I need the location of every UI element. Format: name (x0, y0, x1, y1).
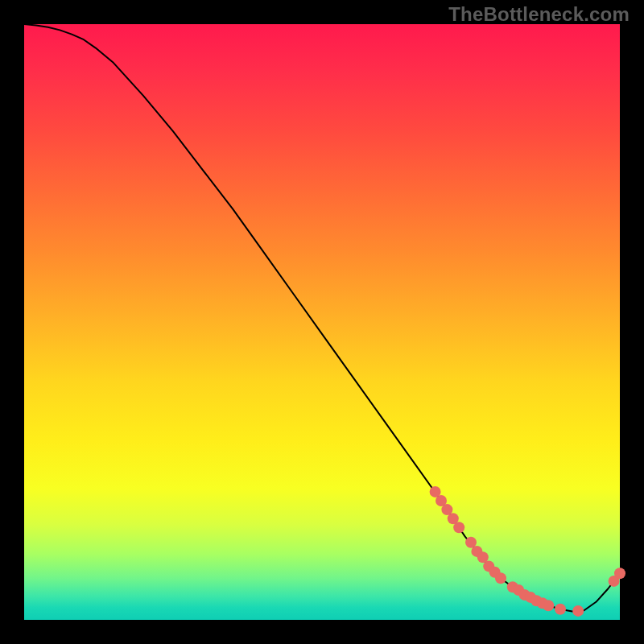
curve-marker (572, 605, 584, 617)
plot-gradient-area (24, 24, 620, 620)
chart-frame: TheBottleneck.com (0, 0, 644, 644)
curve-marker (453, 522, 464, 533)
chart-svg (24, 24, 620, 620)
marker-group (430, 486, 625, 617)
curve-marker (495, 572, 506, 584)
curve-marker (543, 600, 554, 611)
bottleneck-curve (24, 24, 620, 612)
curve-marker (555, 604, 566, 615)
curve-marker (614, 568, 625, 579)
watermark-text: TheBottleneck.com (448, 3, 630, 26)
